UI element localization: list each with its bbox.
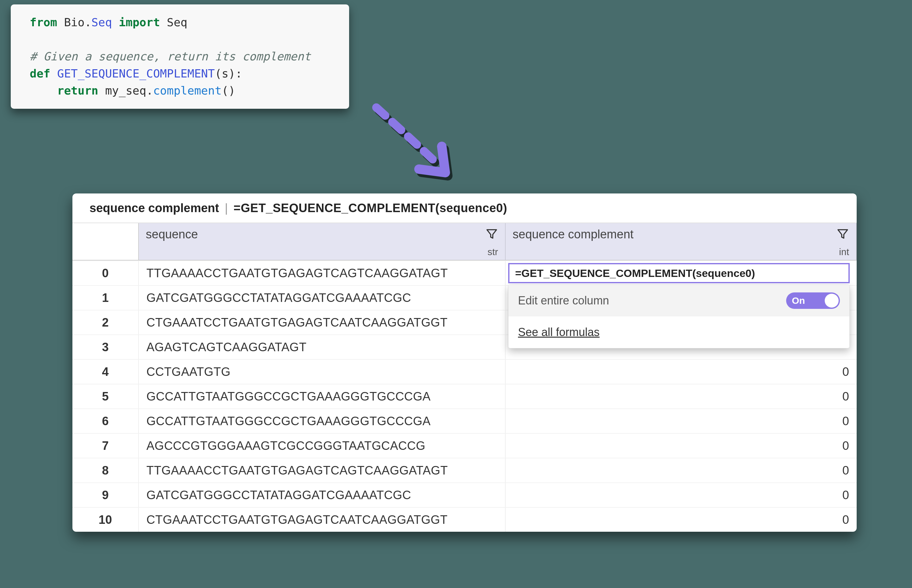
filter-icon[interactable] xyxy=(485,228,498,240)
cell-complement[interactable]: 0 xyxy=(506,433,857,458)
cell-complement[interactable]: 0 xyxy=(506,482,857,507)
code-tok-seq: Seq xyxy=(91,16,112,29)
column-label: sequence xyxy=(146,228,198,241)
code-method: complement xyxy=(153,84,222,97)
edit-entire-column-row: Edit entire column On xyxy=(508,285,849,317)
see-all-formulas-row: See all formulas xyxy=(508,317,849,348)
cell-sequence[interactable]: GATCGATGGGCCTATATAGGATCGAAAATCGC xyxy=(139,285,506,310)
cell-complement[interactable]: 0 xyxy=(506,507,857,532)
row-index[interactable]: 9 xyxy=(73,482,139,507)
formula-bar-formula: =GET_SEQUENCE_COMPLEMENT(sequence0) xyxy=(234,201,507,215)
cell-sequence[interactable]: TTGAAAACCTGAATGTGAGAGTCAGTCAAGGATAGT xyxy=(139,458,506,482)
code-tok xyxy=(112,16,119,29)
toggle-knob xyxy=(825,294,839,308)
formula-popover: Edit entire column On See all formulas xyxy=(508,284,850,348)
arrow-icon xyxy=(364,98,471,193)
row-index[interactable]: 6 xyxy=(73,409,139,433)
column-header-sequence[interactable]: sequence str xyxy=(139,223,506,260)
edit-entire-column-toggle[interactable]: On xyxy=(786,292,840,309)
cell-formula-input[interactable]: =GET_SEQUENCE_COMPLEMENT(sequence0) xyxy=(508,263,850,283)
code-blank xyxy=(30,31,336,48)
cell-sequence[interactable]: GATCGATGGGCCTATATAGGATCGAAAATCGC xyxy=(139,482,506,507)
code-snippet-card: from Bio.Seq import Seq # Given a sequen… xyxy=(11,5,349,109)
kw-def: def xyxy=(30,67,50,80)
row-index[interactable]: 10 xyxy=(73,507,139,532)
code-tok: Seq xyxy=(160,16,188,29)
cell-sequence[interactable]: TTGAAAACCTGAATGTGAGAGTCAGTCAAGGATAGT xyxy=(139,260,506,285)
kw-from: from xyxy=(30,16,57,29)
code-tok: (s): xyxy=(215,67,242,80)
row-index[interactable]: 1 xyxy=(73,285,139,310)
kw-import: import xyxy=(119,16,160,29)
cell-sequence[interactable]: GCCATTGTAATGGGCCGCTGAAAGGGTGCCCGA xyxy=(139,384,506,409)
code-indent xyxy=(30,84,57,97)
edit-entire-column-label: Edit entire column xyxy=(518,294,609,307)
column-title-display: sequence complement xyxy=(89,201,219,215)
column-type: int xyxy=(839,247,849,257)
formula-bar[interactable]: sequence complement | =GET_SEQUENCE_COMP… xyxy=(73,194,857,223)
cell-sequence[interactable]: CCTGAATGTG xyxy=(139,359,506,384)
column-headers: sequence str sequence complement int xyxy=(73,223,857,260)
cell-sequence[interactable]: AGAGTCAGTCAAGGATAGT xyxy=(139,334,506,359)
cell-sequence[interactable]: AGCCCGTGGGAAAGTCGCCGGGTAATGCACCG xyxy=(139,433,506,458)
column-type: str xyxy=(488,247,498,257)
code-tok xyxy=(50,67,57,80)
code-tok: () xyxy=(222,84,235,97)
column-label: sequence complement xyxy=(513,228,634,241)
row-index[interactable]: 0 xyxy=(73,260,139,285)
code-comment: # Given a sequence, return its complemen… xyxy=(30,48,336,65)
spreadsheet-panel: sequence complement | =GET_SEQUENCE_COMP… xyxy=(73,194,857,532)
row-index[interactable]: 7 xyxy=(73,433,139,458)
cell-complement[interactable]: 0 xyxy=(506,384,857,409)
cell-complement[interactable]: 0 xyxy=(506,458,857,482)
row-index[interactable]: 3 xyxy=(73,334,139,359)
code-tok: my_seq. xyxy=(99,84,153,97)
cell-complement[interactable]: 0 xyxy=(506,359,857,384)
filter-icon[interactable] xyxy=(836,228,849,240)
code-line-1: from Bio.Seq import Seq xyxy=(30,14,336,31)
formula-bar-divider: | xyxy=(225,201,228,215)
row-index[interactable]: 5 xyxy=(73,384,139,409)
cell-sequence[interactable]: CTGAAATCCTGAATGTGAGAGTCAATCAAGGATGGT xyxy=(139,507,506,532)
code-line-4: return my_seq.complement() xyxy=(30,82,336,99)
see-all-formulas-link[interactable]: See all formulas xyxy=(518,326,600,339)
cell-sequence[interactable]: GCCATTGTAATGGGCCGCTGAAAGGGTGCCCGA xyxy=(139,409,506,433)
kw-return: return xyxy=(57,84,99,97)
toggle-label: On xyxy=(792,295,805,306)
cell-complement[interactable]: 0 xyxy=(506,409,857,433)
cell-sequence[interactable]: CTGAAATCCTGAATGTGAGAGTCAATCAAGGATGGT xyxy=(139,310,506,334)
code-line-3: def GET_SEQUENCE_COMPLEMENT(s): xyxy=(30,65,336,82)
row-index[interactable]: 2 xyxy=(73,310,139,334)
column-header-complement[interactable]: sequence complement int xyxy=(506,223,857,260)
code-fn-name: GET_SEQUENCE_COMPLEMENT xyxy=(57,67,215,80)
column-header-blank xyxy=(73,223,139,260)
code-tok: Bio. xyxy=(57,16,91,29)
row-index[interactable]: 8 xyxy=(73,458,139,482)
row-index[interactable]: 4 xyxy=(73,359,139,384)
